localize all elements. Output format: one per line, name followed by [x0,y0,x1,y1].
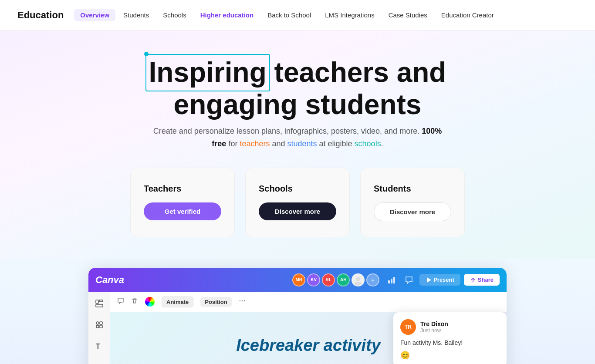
chart-icon[interactable] [385,273,399,287]
students-card-title: Students [374,184,411,194]
comment-avatar: TR [400,319,416,335]
students-discover-button[interactable]: Discover more [374,202,451,221]
get-verified-button[interactable]: Get verified [144,202,221,220]
hero-schools-text: schools [355,139,381,148]
canvas-icebreaker-text: Icebreaker activity [236,336,381,355]
nav-link-education-creator[interactable]: Education Creator [435,9,500,21]
more-options-icon[interactable] [239,297,246,306]
delete-icon[interactable] [131,297,138,306]
svg-rect-6 [96,300,98,303]
canva-body: T Animate Position [88,292,507,364]
canva-window: Canva MB KV RL AH + Pr [88,268,507,364]
svg-rect-4 [393,277,395,283]
nav-link-case-studies[interactable]: Case Studies [382,9,433,21]
svg-point-9 [96,322,99,324]
hero-section: Inspiring teachers and engaging students… [0,30,595,259]
hero-title-part2: teachers and [267,57,446,88]
svg-rect-3 [391,279,392,283]
nav-link-back-to-school[interactable]: Back to School [261,9,317,21]
comment-text: Fun activity Ms. Bailey! [400,339,500,346]
avatar-kv: KV [307,273,320,286]
schools-card: Schools Discover more [245,168,350,237]
hero-highlight-inspiring: Inspiring [149,57,267,89]
hero-students-text: students [287,139,317,148]
toolbar-text-icon[interactable]: T [92,339,107,354]
present-label: Present [433,276,454,283]
avatar-ah: AH [337,273,350,286]
comment-popup: TR Tre Dixon Just now Fun activity Ms. B… [393,312,507,364]
svg-rect-7 [99,300,103,302]
svg-point-18 [243,300,244,301]
students-card: Students Discover more [360,168,465,237]
svg-point-0 [356,276,360,281]
toolbar-elements-icon[interactable] [92,318,107,332]
toolbar-template-icon[interactable] [92,297,107,311]
avatar-rl: RL [322,273,335,286]
nav-link-higher-education[interactable]: Higher education [194,9,260,21]
teachers-card: Teachers Get verified [130,168,235,237]
color-picker[interactable] [145,297,155,307]
svg-rect-2 [388,280,390,283]
svg-point-16 [239,300,240,301]
teachers-card-title: Teachers [144,184,181,194]
comment-edit-icon[interactable] [117,297,124,306]
avatar-mb: MB [292,273,305,286]
position-button[interactable]: Position [200,297,231,307]
nav-links: Overview Students Schools Higher educati… [74,9,500,21]
comment-icon[interactable] [402,273,416,287]
canva-toolbar: T [88,292,110,364]
animate-button[interactable]: Animate [162,297,193,307]
canva-logo: Canva [95,274,124,286]
schools-card-title: Schools [259,184,293,194]
hero-title: Inspiring teachers and engaging students [17,57,578,121]
hero-subtitle: Create and personalize lesson plans, inf… [145,125,450,150]
hero-teachers-text: teachers [240,139,270,148]
topbar-actions: Present Share [385,273,500,287]
svg-rect-12 [100,325,102,328]
nav-link-schools[interactable]: Schools [157,9,192,21]
comment-meta: Tre Dixon Just now [420,320,448,334]
svg-rect-8 [96,304,103,307]
nav-brand: Education [17,10,64,21]
comment-time: Just now [420,327,448,334]
avatar-plus[interactable]: + [366,273,379,286]
navigation: Education Overview Students Schools High… [0,0,595,30]
comment-header: TR Tre Dixon Just now [400,319,500,335]
comment-name: Tre Dixon [420,320,448,327]
nav-link-lms[interactable]: LMS Integrations [319,9,380,21]
nav-link-overview[interactable]: Overview [74,9,115,21]
canva-editor-top: Animate Position [110,292,507,312]
nav-link-students[interactable]: Students [117,9,155,21]
svg-point-1 [354,281,362,286]
svg-point-17 [241,300,242,301]
emoji-reaction-button[interactable]: 😊 [400,351,500,360]
toolbar-brand-icon[interactable] [92,361,107,364]
canva-topbar: Canva MB KV RL AH + Pr [88,268,507,292]
comment-initials: TR [405,324,412,330]
share-label: Share [478,276,494,283]
avatar-photo [352,273,365,286]
schools-discover-button[interactable]: Discover more [259,202,336,220]
present-button[interactable]: Present [419,274,460,286]
svg-point-11 [96,325,99,328]
canva-avatars: MB KV RL AH + [292,273,379,286]
cards-row: Teachers Get verified Schools Discover m… [17,168,578,237]
share-button[interactable]: Share [464,274,500,286]
svg-marker-5 [427,277,431,283]
svg-text:T: T [96,343,100,350]
svg-rect-10 [100,322,102,324]
mockup-section: Canva MB KV RL AH + Pr [0,259,595,364]
hero-title-line2: engaging students [174,89,422,120]
